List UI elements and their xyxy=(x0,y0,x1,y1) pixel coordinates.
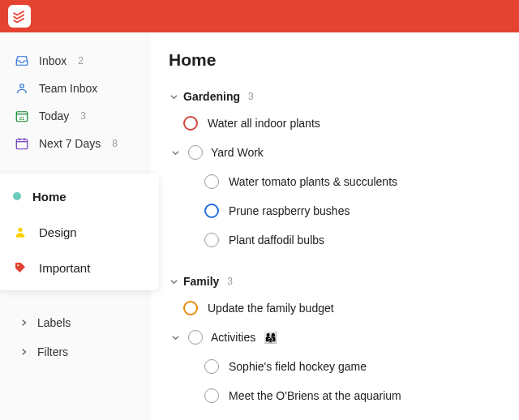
nav-label: Inbox xyxy=(39,54,66,67)
subtask-list: Water tomato plants & succulents Prune r… xyxy=(169,167,519,255)
project-important[interactable]: Important xyxy=(0,250,159,285)
task-checkbox[interactable] xyxy=(188,330,203,345)
nav-count: 2 xyxy=(78,55,84,66)
family-emoji-icon: 👨‍👩‍👧 xyxy=(264,331,277,344)
inbox-icon xyxy=(15,54,29,68)
project-label: Design xyxy=(39,225,77,239)
project-home[interactable]: Home xyxy=(0,178,159,214)
task-checkbox[interactable] xyxy=(204,233,219,247)
nav-label: Today xyxy=(39,109,69,122)
task-checkbox[interactable] xyxy=(183,301,198,315)
task-row[interactable]: Plant daffodil bulbs xyxy=(169,225,519,255)
today-icon: 21 xyxy=(15,109,29,123)
subsection-name: Activities xyxy=(211,331,255,344)
task-title: Water all indoor plants xyxy=(208,117,320,130)
task-checkbox[interactable] xyxy=(183,116,198,131)
project-color-dot xyxy=(13,192,21,200)
nav-count: 3 xyxy=(80,110,86,122)
section-header[interactable]: Gardening 3 xyxy=(169,84,519,109)
task-row[interactable]: Sophie's field hockey game xyxy=(169,352,519,381)
task-checkbox[interactable] xyxy=(204,359,219,374)
app-logo[interactable] xyxy=(8,5,31,28)
subsection-name: Yard Work xyxy=(211,146,264,159)
person-icon xyxy=(13,225,28,239)
section-count: 3 xyxy=(227,276,233,287)
task-title: Meet the O'Briens at the aquarium xyxy=(229,389,401,402)
task-title: Sophie's field hockey game xyxy=(229,360,367,373)
nav-label: Team Inbox xyxy=(39,82,97,95)
team-inbox-icon xyxy=(15,81,29,96)
nav-today[interactable]: 21 Today 3 xyxy=(0,102,151,130)
task-row[interactable]: Update the family budget xyxy=(169,294,519,323)
task-row[interactable]: Water tomato plants & succulents xyxy=(169,167,519,196)
project-label: Important xyxy=(39,261,90,275)
chevron-right-icon xyxy=(19,347,29,357)
task-checkbox[interactable] xyxy=(188,145,203,160)
todoist-logo-icon xyxy=(12,9,27,24)
svg-point-0 xyxy=(20,84,24,88)
task-row[interactable]: Meet the O'Briens at the aquarium xyxy=(169,381,519,410)
subtask-list: Sophie's field hockey game Meet the O'Br… xyxy=(169,352,519,410)
subsection-header[interactable]: Activities 👨‍👩‍👧 xyxy=(169,323,519,352)
chevron-down-icon xyxy=(169,278,178,285)
section-gardening: Gardening 3 Water all indoor plants Yard… xyxy=(169,84,519,255)
sidebar-filters: Labels Filters xyxy=(0,308,151,366)
task-row[interactable]: Prune raspberry bushes xyxy=(169,196,519,225)
section-header[interactable]: Family 3 xyxy=(169,269,519,294)
tag-icon xyxy=(13,260,28,275)
nav-next-7-days[interactable]: Next 7 Days 8 xyxy=(0,130,151,157)
task-title: Water tomato plants & succulents xyxy=(229,175,397,188)
top-bar xyxy=(0,0,519,32)
task-title: Plant daffodil bulbs xyxy=(229,234,324,246)
task-title: Update the family budget xyxy=(208,302,334,315)
main-content: Home Gardening 3 Water all indoor plants… xyxy=(151,32,519,420)
task-title: Prune raspberry bushes xyxy=(229,204,350,217)
task-row[interactable]: Water all indoor plants xyxy=(169,109,519,138)
section-family: Family 3 Update the family budget Activi… xyxy=(169,269,519,410)
svg-rect-4 xyxy=(16,139,28,149)
chevron-down-icon xyxy=(170,334,180,341)
task-checkbox[interactable] xyxy=(204,388,219,403)
sidebar-filters-item[interactable]: Filters xyxy=(0,337,151,366)
project-design[interactable]: Design xyxy=(0,214,159,250)
chevron-right-icon xyxy=(19,318,29,328)
nav-count: 8 xyxy=(112,138,118,149)
project-label: Home xyxy=(32,190,66,204)
nav-list: Inbox 2 Team Inbox 21 Today 3 Ne xyxy=(0,47,151,157)
project-list: Home Design Important xyxy=(0,174,159,290)
filter-label: Labels xyxy=(37,316,71,329)
sidebar-labels[interactable]: Labels xyxy=(0,308,151,337)
chevron-down-icon xyxy=(169,93,178,101)
page-title: Home xyxy=(169,50,519,70)
chevron-down-icon xyxy=(170,149,180,156)
nav-team-inbox[interactable]: Team Inbox xyxy=(0,75,151,102)
sidebar: Inbox 2 Team Inbox 21 Today 3 Ne xyxy=(0,32,151,420)
svg-point-8 xyxy=(18,228,22,232)
calendar-icon xyxy=(15,136,29,151)
nav-label: Next 7 Days xyxy=(39,137,101,150)
section-name: Family xyxy=(183,275,219,288)
section-name: Gardening xyxy=(183,90,240,103)
svg-text:21: 21 xyxy=(19,116,25,121)
task-checkbox[interactable] xyxy=(204,204,219,218)
subsection-header[interactable]: Yard Work xyxy=(169,138,519,167)
task-checkbox[interactable] xyxy=(204,174,219,189)
nav-inbox[interactable]: Inbox 2 xyxy=(0,47,151,75)
section-count: 3 xyxy=(248,91,254,102)
filter-label: Filters xyxy=(37,345,68,358)
svg-point-9 xyxy=(17,264,19,266)
